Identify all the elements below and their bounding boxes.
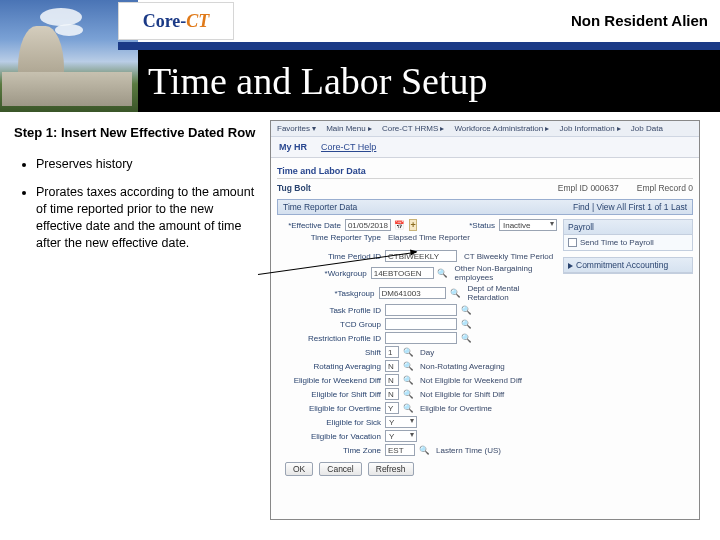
tr-data-header: Time Reporter Data — [283, 202, 357, 212]
wkd-label: Eligible for Weekend Diff — [277, 376, 381, 385]
lookup-icon[interactable]: 🔍 — [403, 403, 413, 413]
tab-my-hr[interactable]: My HR — [279, 142, 307, 152]
emplrcd-value: 0 — [688, 183, 693, 193]
shift-input[interactable]: 1 — [385, 346, 399, 358]
tcdgroup-input[interactable] — [385, 318, 457, 330]
taskprof-label: Task Profile ID — [277, 306, 381, 315]
restrict-input[interactable] — [385, 332, 457, 344]
expand-icon[interactable] — [568, 263, 573, 269]
wkd-desc: Not Eligible for Weekend Diff — [420, 376, 522, 385]
tab-core-ct-help[interactable]: Core-CT Help — [321, 142, 376, 152]
send-to-payroll-label: Send Time to Payroll — [580, 238, 654, 247]
wkd-input[interactable]: N — [385, 374, 399, 386]
taskgroup-label: *Taskgroup — [277, 289, 375, 298]
lookup-icon[interactable]: 🔍 — [419, 445, 429, 455]
ok-button[interactable]: OK — [285, 462, 313, 476]
commitment-box: Commitment Accounting — [563, 257, 693, 274]
workgroup-desc: Other Non-Bargaining employees — [455, 264, 557, 282]
lookup-icon[interactable]: 🔍 — [450, 288, 460, 298]
effdt-label: *Effective Date — [277, 221, 341, 230]
crumb-item[interactable]: Main Menu ▸ — [326, 124, 372, 133]
calendar-icon[interactable]: 📅 — [395, 220, 405, 230]
ot-input[interactable]: Y — [385, 402, 399, 414]
sick-select[interactable]: Y — [385, 416, 417, 428]
logo-ct-text: CT — [186, 11, 209, 32]
document-title: Non Resident Alien — [571, 12, 708, 29]
effdt-input[interactable]: 01/05/2018 — [345, 219, 391, 231]
tz-input[interactable]: EST — [385, 444, 415, 456]
sick-label: Eligible for Sick — [277, 418, 381, 427]
tr-nav-links[interactable]: Find | View All First 1 of 1 Last — [573, 202, 687, 212]
breadcrumb: Favorites ▾ Main Menu ▸ Core-CT HRMS ▸ W… — [271, 121, 699, 137]
lookup-icon[interactable]: 🔍 — [461, 319, 471, 329]
lookup-icon[interactable]: 🔍 — [403, 361, 413, 371]
status-label: *Status — [431, 221, 495, 230]
restrict-label: Restriction Profile ID — [277, 334, 381, 343]
sd-desc: Not Eligible for Shift Diff — [420, 390, 504, 399]
trtype-value: Elapsed Time Reporter — [388, 233, 470, 242]
commitment-header: Commitment Accounting — [576, 260, 668, 270]
period-input[interactable]: CTBIWEEKLY — [385, 250, 457, 262]
rotating-label: Rotating Averaging — [277, 362, 381, 371]
rotating-desc: Non-Rotating Averaging — [420, 362, 505, 371]
lookup-icon[interactable]: 🔍 — [461, 305, 471, 315]
status-select[interactable]: Inactive — [499, 219, 557, 231]
bullet-preserves-history: Preserves history — [36, 156, 260, 173]
title-black-band: Time and Labor Setup — [138, 50, 720, 112]
taskgroup-desc: Dept of Mental Retardation — [467, 284, 557, 302]
rotating-input[interactable]: N — [385, 360, 399, 372]
shift-desc: Day — [420, 348, 434, 357]
vac-select[interactable]: Y — [385, 430, 417, 442]
sd-input[interactable]: N — [385, 388, 399, 400]
screenshot-panel: Favorites ▾ Main Menu ▸ Core-CT HRMS ▸ W… — [270, 120, 700, 520]
crumb-item[interactable]: Core-CT HRMS ▸ — [382, 124, 445, 133]
cancel-button[interactable]: Cancel — [319, 462, 361, 476]
trtype-label: Time Reporter Type — [277, 233, 381, 242]
shift-label: Shift — [277, 348, 381, 357]
tz-desc: Lastern Time (US) — [436, 446, 501, 455]
header-blue-bar — [118, 42, 720, 50]
taskprof-input[interactable] — [385, 304, 457, 316]
core-ct-logo: Core-CT — [118, 2, 234, 40]
lookup-icon[interactable]: 🔍 — [461, 333, 471, 343]
lookup-icon[interactable]: 🔍 — [403, 389, 413, 399]
emplid-value: 000637 — [590, 183, 618, 193]
period-desc: CT Biweekly Time Period — [464, 252, 553, 261]
crumb-item[interactable]: Job Information ▸ — [559, 124, 620, 133]
bullet-prorates-taxes: Prorates taxes according to the amount o… — [36, 184, 260, 252]
emplrcd-label: Empl Record — [637, 183, 686, 193]
workgroup-input[interactable]: 14EBTOGEN — [371, 267, 434, 279]
emplid-label: Empl ID — [558, 183, 588, 193]
crumb-item[interactable]: Job Data — [631, 124, 663, 133]
lookup-icon[interactable]: 🔍 — [403, 347, 413, 357]
crumb-item[interactable]: Workforce Administration ▸ — [454, 124, 549, 133]
lookup-icon[interactable]: 🔍 — [403, 375, 413, 385]
send-to-payroll-checkbox[interactable] — [568, 238, 577, 247]
taskgroup-input[interactable]: DM641003 — [379, 287, 447, 299]
employee-name: Tug Bolt — [277, 183, 311, 193]
payroll-box: Payroll Send Time to Payroll — [563, 219, 693, 251]
tcdgroup-label: TCD Group — [277, 320, 381, 329]
sd-label: Eligible for Shift Diff — [277, 390, 381, 399]
ot-desc: Eligible for Overtime — [420, 404, 492, 413]
refresh-button[interactable]: Refresh — [368, 462, 414, 476]
vac-label: Eligible for Vacation — [277, 432, 381, 441]
logo-core-text: Core- — [143, 11, 187, 32]
slide-title: Time and Labor Setup — [148, 59, 488, 103]
add-row-icon[interactable]: + — [409, 219, 417, 231]
step-heading: Step 1: Insert New Effective Dated Row — [14, 124, 260, 142]
tz-label: Time Zone — [277, 446, 381, 455]
section-header: Time and Labor Data — [277, 166, 693, 179]
payroll-header: Payroll — [564, 220, 692, 235]
ot-label: Eligible for Overtime — [277, 404, 381, 413]
lookup-icon[interactable]: 🔍 — [438, 268, 448, 278]
crumb-item[interactable]: Favorites ▾ — [277, 124, 316, 133]
